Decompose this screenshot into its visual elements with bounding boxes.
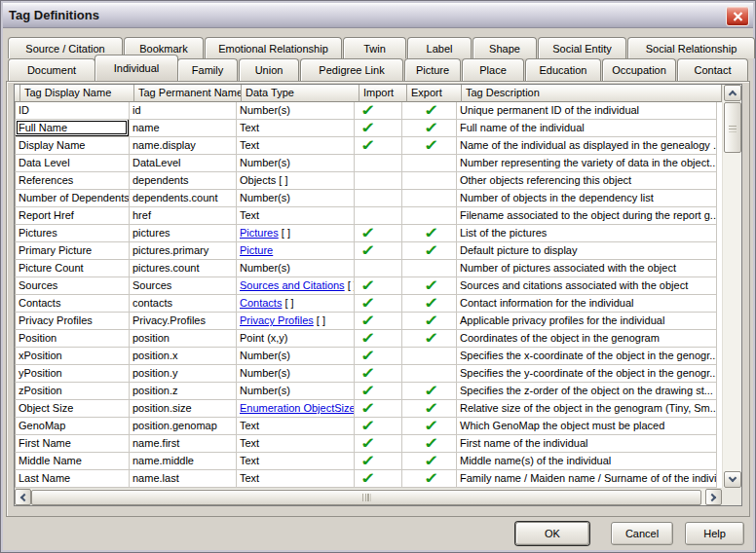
cell-import[interactable]: ✓ xyxy=(355,435,402,453)
data-type-link[interactable]: Enumeration ObjectSize.. xyxy=(240,402,355,414)
cell-tag-permanent-name[interactable]: pictures xyxy=(130,225,237,242)
cell-tag-display-name[interactable]: yPosition xyxy=(16,365,130,383)
cell-data-type[interactable]: Number(s) xyxy=(237,190,355,207)
cell-tag-description[interactable]: Contact information for the individual xyxy=(457,295,717,313)
cell-tag-display-name[interactable]: Picture Count xyxy=(16,260,130,277)
cell-tag-display-name[interactable]: xPosition xyxy=(16,348,130,365)
cell-tag-permanent-name[interactable]: id xyxy=(130,102,237,120)
cell-tag-display-name[interactable]: Data Level xyxy=(16,155,130,172)
cell-export[interactable] xyxy=(402,207,457,225)
cell-tag-description[interactable]: Name of the individual as displayed in t… xyxy=(457,137,717,155)
cell-tag-permanent-name[interactable]: position.x xyxy=(130,348,237,365)
cell-tag-description[interactable]: Sources and citations associated with th… xyxy=(457,277,717,295)
cell-data-type[interactable]: Pictures [ ] xyxy=(237,225,355,242)
tab-pedigree-link[interactable]: Pedigree Link xyxy=(300,58,403,81)
cell-tag-permanent-name[interactable]: dependents.count xyxy=(130,190,237,207)
vertical-scroll-thumb[interactable] xyxy=(724,102,741,153)
cell-tag-description[interactable]: Specifies the x-coordinate of the object… xyxy=(457,348,717,365)
cell-tag-description[interactable]: Default picture to display xyxy=(457,242,717,260)
cell-tag-display-name[interactable]: zPosition xyxy=(16,383,130,400)
cell-tag-display-name[interactable]: Number of Dependents xyxy=(16,190,130,207)
cell-import[interactable]: ✓ xyxy=(355,137,402,155)
cell-tag-permanent-name[interactable]: position xyxy=(130,330,237,348)
cell-data-type[interactable]: Number(s) xyxy=(237,260,355,277)
cell-data-type[interactable]: Text xyxy=(237,418,355,435)
cell-data-type[interactable]: Text xyxy=(237,120,355,137)
cell-data-type[interactable]: Sources and Citations [ ] xyxy=(237,277,355,295)
ok-button[interactable]: OK xyxy=(515,522,589,545)
cell-export[interactable]: ✓ xyxy=(402,453,457,470)
cell-export[interactable]: ✓ xyxy=(402,418,457,435)
cell-tag-permanent-name[interactable]: position.size xyxy=(130,400,237,418)
cell-tag-permanent-name[interactable]: dependents xyxy=(130,172,237,190)
cell-export[interactable]: ✓ xyxy=(402,435,457,453)
cell-data-type[interactable]: Number(s) xyxy=(237,348,355,365)
tab-twin[interactable]: Twin xyxy=(343,37,406,58)
close-button[interactable] xyxy=(726,6,749,26)
cell-import[interactable]: ✓ xyxy=(355,225,402,242)
cell-import[interactable]: ✓ xyxy=(355,400,402,418)
tab-shape[interactable]: Shape xyxy=(472,37,537,58)
cell-import[interactable] xyxy=(355,172,402,190)
tab-label[interactable]: Label xyxy=(407,37,472,58)
cell-tag-display-name[interactable]: Middle Name xyxy=(16,453,130,470)
cell-import[interactable]: ✓ xyxy=(355,277,402,295)
cell-tag-permanent-name[interactable]: name.first xyxy=(130,435,237,453)
cell-import[interactable] xyxy=(355,155,402,172)
cell-tag-permanent-name[interactable]: position.z xyxy=(130,383,237,400)
cell-import[interactable]: ✓ xyxy=(355,295,402,313)
cell-export[interactable]: ✓ xyxy=(402,313,457,330)
cell-data-type[interactable]: Contacts [ ] xyxy=(237,295,355,313)
data-type-link[interactable]: Picture xyxy=(240,244,273,256)
cell-export[interactable]: ✓ xyxy=(402,330,457,348)
cell-export[interactable] xyxy=(402,190,457,207)
data-type-link[interactable]: Sources and Citations xyxy=(240,279,345,291)
cell-export[interactable]: ✓ xyxy=(402,120,457,137)
data-type-link[interactable]: Contacts xyxy=(240,297,282,309)
cell-import[interactable]: ✓ xyxy=(355,348,402,365)
cell-data-type[interactable]: Text xyxy=(237,137,355,155)
cell-tag-description[interactable]: Number of pictures associated with the o… xyxy=(457,260,717,277)
tab-occupation[interactable]: Occupation xyxy=(602,58,676,81)
cell-export[interactable] xyxy=(402,260,457,277)
scroll-right-button[interactable] xyxy=(705,489,722,505)
cell-tag-permanent-name[interactable]: pictures.count xyxy=(130,260,237,277)
cell-tag-description[interactable]: Full name of the individual xyxy=(457,120,717,137)
cell-import[interactable] xyxy=(355,260,402,277)
cell-tag-permanent-name[interactable]: name xyxy=(130,120,237,137)
cell-data-type[interactable]: Text xyxy=(237,435,355,453)
cell-data-type[interactable]: Number(s) xyxy=(237,365,355,383)
cell-import[interactable]: ✓ xyxy=(355,120,402,137)
cell-export[interactable] xyxy=(402,365,457,383)
cell-tag-permanent-name[interactable]: href xyxy=(130,207,237,225)
tab-social-entity[interactable]: Social Entity xyxy=(538,37,626,58)
tab-social-relationship[interactable]: Social Relationship xyxy=(627,37,755,58)
cell-tag-display-name[interactable]: Primary Picture xyxy=(16,242,130,260)
tab-document[interactable]: Document xyxy=(8,58,95,81)
cell-data-type[interactable]: Text xyxy=(237,453,355,470)
cell-tag-permanent-name[interactable]: name.last xyxy=(130,470,237,488)
cell-export[interactable]: ✓ xyxy=(402,137,457,155)
cell-tag-display-name[interactable]: Position xyxy=(16,330,130,348)
cell-tag-display-name[interactable]: Last Name xyxy=(16,470,130,488)
cell-tag-permanent-name[interactable]: name.middle xyxy=(130,453,237,470)
cell-tag-display-name[interactable]: Pictures xyxy=(16,225,130,242)
cell-tag-permanent-name[interactable]: DataLevel xyxy=(130,155,237,172)
cell-import[interactable] xyxy=(355,190,402,207)
cell-export[interactable]: ✓ xyxy=(402,400,457,418)
tab-place[interactable]: Place xyxy=(462,58,524,81)
cell-tag-display-name[interactable]: Object Size xyxy=(16,400,130,418)
horizontal-scrollbar[interactable] xyxy=(15,488,722,505)
cell-tag-description[interactable]: Filename associated to the object during… xyxy=(457,207,717,225)
cell-tag-display-name[interactable]: Display Name xyxy=(16,137,130,155)
cell-import[interactable]: ✓ xyxy=(355,102,402,120)
cell-tag-description[interactable]: Which GenoMap the object must be placed xyxy=(457,418,717,435)
cell-import[interactable] xyxy=(355,207,402,225)
cell-tag-description[interactable]: Specifies the z-order of the object on t… xyxy=(457,383,717,400)
cell-data-type[interactable]: Text xyxy=(237,207,355,225)
cell-data-type[interactable]: Privacy Profiles [ ] xyxy=(237,313,355,330)
cell-data-type[interactable]: Picture xyxy=(237,242,355,260)
cell-export[interactable]: ✓ xyxy=(402,225,457,242)
tab-family[interactable]: Family xyxy=(177,58,238,81)
cell-tag-permanent-name[interactable]: pictures.primary xyxy=(130,242,237,260)
